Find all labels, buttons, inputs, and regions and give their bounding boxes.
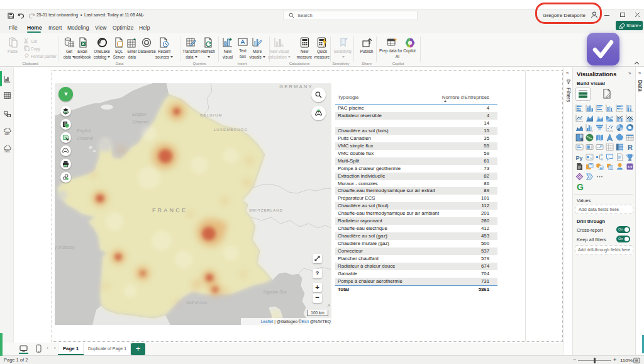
- svg-text:Channel: Channel: [132, 120, 149, 124]
- svg-text:Channel: Channel: [77, 136, 94, 140]
- svg-text:FRANCE: FRANCE: [152, 207, 187, 213]
- svg-text:SWITZERLAND: SWITZERLAND: [248, 208, 282, 212]
- svg-text:Gulf of Lion: Gulf of Lion: [186, 300, 208, 305]
- svg-text:Py: Py: [576, 154, 583, 161]
- svg-text:GERMANY: GERMANY: [279, 84, 313, 89]
- svg-text:LUXEMBOURG: LUXEMBOURG: [213, 128, 248, 132]
- svg-text:DAX: DAX: [5, 133, 10, 135]
- svg-text:BELGIUM: BELGIUM: [200, 113, 222, 117]
- svg-text:R: R: [628, 144, 633, 151]
- svg-text:A: A: [328, 304, 330, 307]
- svg-text:English: English: [77, 128, 91, 134]
- svg-text:y of Biscay: y of Biscay: [55, 245, 75, 250]
- svg-text:fx: fx: [280, 43, 284, 48]
- svg-text:English: English: [132, 112, 147, 117]
- svg-text:TMDL: TMDL: [4, 151, 10, 153]
- svg-text:Ligurian Sea: Ligurian Sea: [264, 290, 287, 295]
